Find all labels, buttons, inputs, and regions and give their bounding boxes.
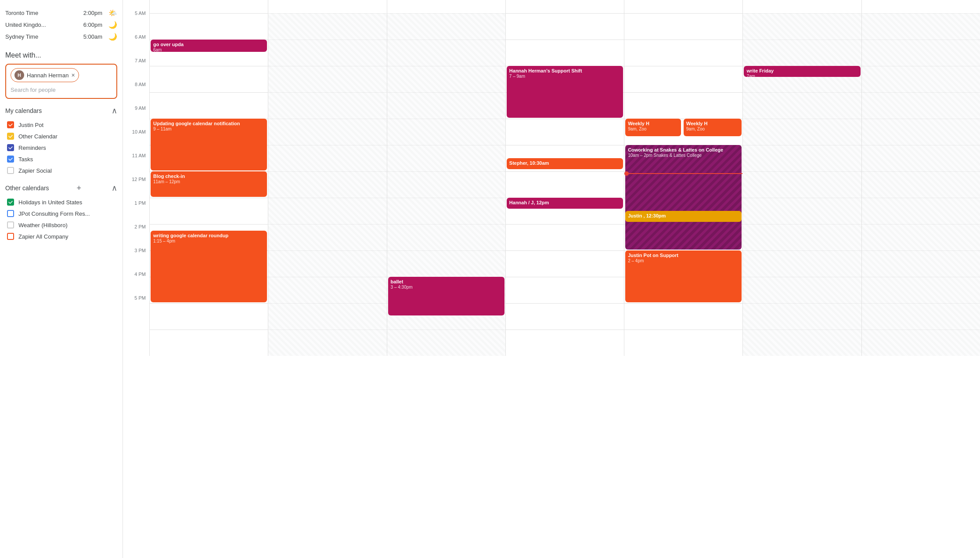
calendar-checkbox-reminders[interactable] [7,144,14,151]
calendar-item-weather[interactable]: Weather (Hillsboro) [5,219,117,231]
calendar-event[interactable]: Blog check-in11am – 12pm [151,171,267,197]
avatar: H [14,70,24,80]
calendar-name-holidays: Holidays in United States [18,199,82,206]
clock-sydney: Sydney Time 5:00am 🌙 [5,31,117,43]
calendar-col-4[interactable]: Weekly H9am, ZooWeekly H9am, ZooCoworkin… [624,0,742,356]
sidebar: Toronto Time 2:00pm 🌤️ United Kingdo... … [0,0,123,558]
calendar-event[interactable]: Updating google calendar notification9 –… [151,119,267,170]
calendar-name-justin-pot: Justin Pot [18,122,43,128]
calendar-checkbox-justin-pot[interactable] [7,121,14,128]
event-title: Hannah / J, 12pm [509,199,620,206]
calendar-name-other: Other Calendar [18,133,58,140]
clock-uk-icon: 🌙 [108,21,117,29]
clock-sydney-time: 5:00am [83,33,102,40]
clock-uk-name: United Kingdo... [5,22,80,28]
clock-toronto-name: Toronto Time [5,10,80,16]
calendar-item-holidays[interactable]: Holidays in United States [5,196,117,208]
current-time-indicator [624,171,742,176]
calendar-event[interactable]: Weekly H9am, Zoo [684,119,742,136]
calendar-checkbox-zapier-social[interactable] [7,167,14,174]
time-3pm: 3 PM [123,248,149,274]
calendar-event[interactable]: write Friday7am [744,66,860,77]
calendar-checkbox-zapier-company[interactable] [7,233,14,240]
calendar-item-zapier-company[interactable]: Zapier All Company [5,231,117,242]
time-9am: 9 AM [123,105,149,132]
event-title: Weekly H [628,120,678,127]
calendar-event[interactable]: Hannah Herman's Support Shift7 – 9am [507,66,623,118]
calendar-event[interactable]: Stepher, 10:30am [507,158,623,169]
time-6am: 6 AM [123,34,149,61]
my-calendars-label: My calendars [5,107,42,114]
time-5pm: 5 PM [123,295,149,322]
calendar-col-0[interactable]: go over upda6amUpdating google calendar … [149,0,268,356]
time-10am: 10 AM [123,129,149,156]
calendar-event[interactable]: Hannah / J, 12pm [507,198,623,209]
event-time: 9am, Zoo [628,127,678,131]
event-time: 6am [153,47,264,52]
my-calendars-chevron[interactable]: ∧ [112,106,117,116]
event-title: Coworking at Snakes & Lattes on College [628,147,739,153]
time-7am: 7 AM [123,58,149,84]
person-chip-name: Hannah Herman [27,72,68,79]
calendar-event[interactable]: Weekly H9am, Zoo [625,119,681,136]
event-title: writing google calendar roundup [153,232,264,239]
calendar-checkbox-jpot[interactable] [7,210,14,217]
calendar-item-justin-pot[interactable]: Justin Pot [5,119,117,130]
calendar-col-1[interactable] [268,0,386,356]
calendar-event[interactable]: Justin , 12:30pm [625,211,742,222]
time-5am: 5 AM [123,11,149,37]
calendar-checkbox-tasks[interactable] [7,156,14,163]
other-calendars-list: Holidays in United States JPot Consultin… [5,196,117,242]
event-title: write Friday [746,68,858,74]
calendar-checkbox-other[interactable] [7,133,14,140]
my-calendars-header: My calendars ∧ [5,106,117,116]
event-time: 10am – 2pm Snakes & Lattes College [628,153,739,158]
clock-uk-time: 6:00pm [83,22,102,28]
calendar-item-jpot[interactable]: JPot Consulting Form Res... [5,208,117,219]
world-clocks: Toronto Time 2:00pm 🌤️ United Kingdo... … [5,7,117,43]
calendar-item-reminders[interactable]: Reminders [5,142,117,153]
other-calendars-header: Other calendars + ∧ [5,183,117,193]
time-1pm: 1 PM [123,200,149,227]
add-calendar-button[interactable]: + [77,184,82,193]
person-chip[interactable]: H Hannah Herman × [11,68,79,82]
event-time: 7 – 9am [509,74,620,79]
remove-person-button[interactable]: × [71,72,75,78]
calendar-name-zapier-company: Zapier All Company [18,233,68,240]
clock-toronto: Toronto Time 2:00pm 🌤️ [5,7,117,19]
calendar-col-3[interactable]: Hannah Herman's Support Shift7 – 9amStep… [505,0,624,356]
event-time: 7am [746,74,858,77]
people-search-box[interactable]: H Hannah Herman × Search for people [5,64,117,99]
calendar-event[interactable]: go over upda6am [151,40,267,52]
calendar-checkbox-holidays[interactable] [7,199,14,206]
clock-toronto-time: 2:00pm [83,10,102,16]
calendar-checkbox-weather[interactable] [7,221,14,228]
clock-toronto-icon: 🌤️ [108,9,117,17]
time-4pm: 4 PM [123,272,149,298]
calendar-item-zapier-social[interactable]: Zapier Social [5,165,117,176]
calendar-event[interactable]: Justin Pot on Support2 – 4pm [625,250,742,302]
other-calendars-chevron[interactable]: ∧ [112,183,117,193]
clock-uk: United Kingdo... 6:00pm 🌙 [5,19,117,31]
other-calendars-label: Other calendars [5,185,49,192]
calendar-col-6[interactable] [861,0,980,356]
time-12pm: 12 PM [123,177,149,203]
calendar-col-5[interactable]: write Friday7am [742,0,861,356]
clock-sydney-icon: 🌙 [108,33,117,41]
calendar-event[interactable]: Coworking at Snakes & Lattes on College1… [625,145,742,250]
event-title: go over upda [153,41,264,47]
meet-with-section: Meet with... H Hannah Herman × Search fo… [5,51,117,99]
event-time: 1:15 – 4pm [153,239,264,243]
event-time: 2 – 4pm [628,258,739,263]
calendar-event[interactable]: ballet3 – 4:30pm [388,277,504,315]
calendar-col-2[interactable]: ballet3 – 4:30pm [387,0,505,356]
search-input[interactable]: Search for people [11,86,112,94]
calendar-item-other[interactable]: Other Calendar [5,130,117,142]
calendar-main: 5 AM 6 AM 7 AM 8 AM 9 AM 10 AM 11 AM 12 … [123,0,980,558]
event-title: ballet [391,279,502,285]
calendar-item-tasks[interactable]: Tasks [5,153,117,165]
event-title: Updating google calendar notification [153,120,264,127]
clock-sydney-name: Sydney Time [5,33,80,40]
calendar-event[interactable]: writing google calendar roundup1:15 – 4p… [151,231,267,302]
my-calendars-list: Justin Pot Other Calendar Reminders Task… [5,119,117,176]
